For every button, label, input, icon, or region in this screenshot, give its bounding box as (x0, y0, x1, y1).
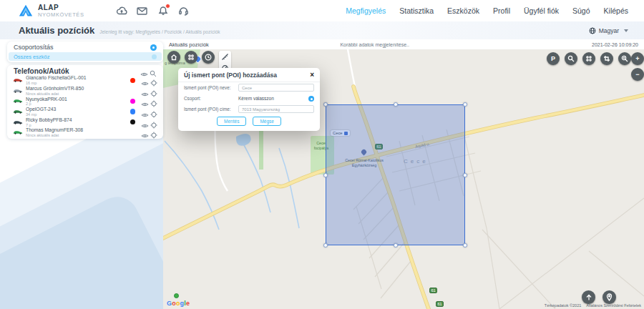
close-icon[interactable]: × (310, 72, 314, 79)
app-screen: ALAP NYOMKÖVETÉS Megfigyelés Statisztika… (0, 0, 644, 309)
device-marker-green[interactable] (174, 293, 179, 298)
device-locate-icon[interactable] (150, 108, 157, 115)
magnifier-icon (567, 55, 575, 62)
devices-card: Telefonok/Autók Giancarlo FischellaGFL-0… (7, 65, 163, 139)
car-icon (13, 109, 23, 114)
brand-text: ALAP NYOMKÖVETÉS (38, 4, 84, 18)
terms-link[interactable]: Általános Szerződési Feltételek (586, 303, 641, 308)
nav-ugyfel-fiok[interactable]: Ügyfél fiók (524, 6, 559, 15)
zoom-area-button[interactable] (618, 52, 631, 65)
fit-all-button[interactable] (582, 52, 595, 65)
notification-badge (165, 4, 170, 9)
history-button[interactable] (202, 51, 215, 64)
device-color-dot (130, 99, 136, 104)
device-eye-icon[interactable] (141, 119, 148, 126)
alap-logo-icon (19, 4, 33, 18)
device-name: OpelOGT-243 (26, 107, 130, 112)
poi-group-value[interactable]: Kérem válasszon (238, 96, 308, 101)
magnifier-plus-icon (621, 55, 628, 62)
support-headset-icon[interactable] (178, 5, 190, 16)
all-devices-row[interactable]: Összes eszköz (9, 52, 162, 61)
device-color-dot (130, 88, 136, 94)
grouping-toggle[interactable] (150, 44, 157, 51)
language-selector[interactable]: Magyar (589, 27, 628, 34)
device-status: 7 p (26, 123, 130, 127)
notifications-bell-icon[interactable] (157, 5, 169, 16)
nav-eszkozok[interactable]: Eszközök (447, 6, 479, 15)
brand-logo[interactable]: ALAP NYOMKÖVETÉS (19, 4, 84, 18)
breadcrumb: Jelenleg itt vagy: Megfigyelés / Pozíció… (99, 29, 220, 34)
selection-handle-s[interactable] (394, 243, 398, 247)
globe-icon (589, 27, 596, 34)
device-eye-icon[interactable] (141, 97, 148, 104)
show-all-eye-icon[interactable] (140, 67, 147, 74)
selection-handle-sw[interactable] (323, 243, 328, 247)
poi-address-label: Ismert pont (POI) címe: (184, 107, 238, 112)
device-status: 34 mp (26, 112, 130, 117)
device-locate-icon[interactable] (150, 97, 157, 104)
poi-p-button[interactable]: P (547, 52, 560, 65)
device-row-thomas[interactable]: Thomas MagnumFER-308Nincs aktuális adat (7, 127, 163, 138)
poi-name-input[interactable] (238, 84, 314, 92)
device-row-marcus[interactable]: Marcus GrönholmVTR-850Nincs aktuális ada… (7, 86, 163, 97)
device-name: Marcus GrönholmVTR-850 (26, 86, 130, 92)
selection-handle-nw[interactable] (323, 102, 328, 107)
cloud-sync-icon[interactable] (116, 5, 127, 16)
zoom-out-button[interactable]: − (631, 68, 644, 81)
area-select-button[interactable] (600, 52, 613, 65)
messages-icon[interactable] (137, 5, 148, 16)
device-locate-icon[interactable] (150, 119, 157, 126)
home-button[interactable] (167, 51, 180, 64)
device-locate-icon[interactable] (150, 77, 157, 84)
nav-megfigyeles[interactable]: Megfigyelés (346, 6, 386, 15)
google-logo[interactable]: Google (167, 300, 190, 307)
header-icon-group (116, 5, 190, 16)
selection-handle-n[interactable] (394, 102, 398, 107)
poi-marker-button[interactable] (602, 290, 616, 304)
device-eye-icon[interactable] (141, 108, 148, 115)
search-devices-icon[interactable] (150, 67, 157, 74)
selection-handle-se[interactable] (463, 243, 467, 247)
map-selection-rectangle[interactable] (326, 104, 465, 245)
history-data-link[interactable]: Korábbi adatok megjelenítése.. (340, 42, 409, 47)
map-panel-title: Aktuális pozíciók (169, 41, 209, 48)
device-locate-icon[interactable] (150, 129, 157, 136)
poi-address-input[interactable] (238, 105, 314, 113)
save-button[interactable]: Mentés (217, 117, 246, 126)
all-devices-label: Összes eszköz (14, 54, 49, 60)
recenter-button[interactable] (582, 290, 595, 304)
expand-dots-icon (585, 55, 592, 62)
map-panel-header: Aktuális pozíciók Korábbi adatok megjele… (163, 39, 644, 49)
chevron-down-icon (624, 29, 628, 32)
device-row-opel[interactable]: OpelOGT-24334 mp (7, 107, 163, 117)
home-icon (170, 54, 177, 61)
selection-handle-e[interactable] (463, 173, 467, 177)
device-eye-icon[interactable] (141, 77, 148, 84)
top-bar: ALAP NYOMKÖVETÉS Megfigyelés Statisztika… (0, 0, 644, 21)
device-row-ricky[interactable]: Ricky BobbyPFB-8747 p (7, 117, 163, 127)
device-eye-icon[interactable] (141, 87, 148, 94)
measure-ruler-icon[interactable] (221, 53, 229, 61)
main-navigation: Megfigyelés Statisztika Eszközök Profil … (346, 6, 628, 15)
nav-sugo[interactable]: Súgó (572, 6, 590, 15)
device-color-dot (130, 109, 136, 114)
poi-name-label: Ismert pont (POI) neve: (184, 85, 238, 90)
selection-handle-w[interactable] (323, 173, 328, 177)
selection-handle-ne[interactable] (463, 102, 467, 107)
nav-profil[interactable]: Profil (493, 6, 510, 15)
car-icon (13, 129, 23, 135)
zoom-search-button[interactable] (565, 52, 577, 65)
pin-icon (606, 293, 613, 301)
group-select-toggle[interactable] (308, 96, 314, 102)
markers-button[interactable] (185, 51, 197, 64)
nav-kilepes[interactable]: Kilépés (604, 6, 628, 15)
device-row-nyunyoka[interactable]: NyunyókaPRK-0012 p (7, 96, 163, 107)
nav-statisztika[interactable]: Statisztika (399, 6, 434, 15)
cancel-button[interactable]: Mégse (253, 117, 281, 126)
car-icon (13, 88, 23, 94)
device-name: Ricky BobbyPFB-874 (26, 117, 130, 123)
device-eye-icon[interactable] (141, 129, 148, 136)
group-selected-indicator (152, 54, 157, 59)
zoom-in-button[interactable]: + (631, 52, 644, 65)
device-locate-icon[interactable] (150, 87, 157, 94)
